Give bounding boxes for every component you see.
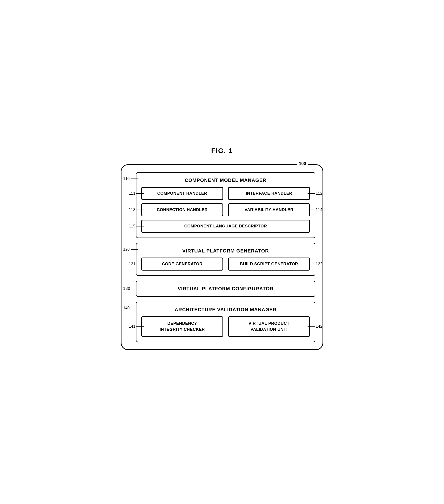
ref-121: 121 <box>129 262 144 266</box>
dependency-integrity-checker-label: DEPENDENCYINTEGRITY CHECKER <box>160 321 205 332</box>
vpc-label: VIRTUAL PLATFORM CONFIGURATOR <box>178 286 274 291</box>
row-1-avm: 141 DEPENDENCYINTEGRITY CHECKER 142 VIRT… <box>141 316 310 337</box>
code-generator-label: CODE GENERATOR <box>162 262 203 266</box>
interface-handler-box: 112 INTERFACE HANDLER <box>228 187 310 200</box>
page-container: FIG. 1 100 110 COMPONENT MODEL MANAGER 1… <box>111 140 333 364</box>
ref-112: 112 <box>308 191 322 196</box>
ref-111: 111 <box>129 191 144 196</box>
section-ref-130: 130 <box>123 287 139 291</box>
row-2-cmm: 113 CONNECTION HANDLER 114 VARIABILITY H… <box>141 203 310 216</box>
interface-handler-label: INTERFACE HANDLER <box>246 191 292 196</box>
ref-113: 113 <box>129 208 144 212</box>
build-script-generator-label: BUILD SCRIPT GENERATOR <box>240 262 298 266</box>
ref-141: 141 <box>129 324 144 329</box>
connection-handler-label: CONNECTION HANDLER <box>157 207 207 212</box>
ref-114: 114 <box>308 208 322 212</box>
component-handler-label: COMPONENT HANDLER <box>157 191 207 196</box>
build-script-generator-box: 122 BUILD SCRIPT GENERATOR <box>228 257 310 270</box>
section-virtual-platform-generator: 120 VIRTUAL PLATFORM GENERATOR 121 CODE … <box>136 243 315 276</box>
component-language-descriptor-label: COMPONENT LANGUAGE DESCRIPTOR <box>185 224 267 228</box>
section-architecture-validation-manager: 140 ARCHITECTURE VALIDATION MANAGER 141 … <box>136 302 315 342</box>
section-ref-120: 120 <box>123 247 138 252</box>
virtual-product-validation-unit-box: 142 VIRTUAL PRODUCTVALIDATION UNIT <box>228 316 310 337</box>
code-generator-box: 121 CODE GENERATOR <box>141 257 223 270</box>
section-label-avm: ARCHITECTURE VALIDATION MANAGER <box>141 307 310 312</box>
fig-title: FIG. 1 <box>121 147 323 155</box>
connection-handler-box: 113 CONNECTION HANDLER <box>141 203 223 216</box>
dependency-integrity-checker-box: 141 DEPENDENCYINTEGRITY CHECKER <box>141 316 223 337</box>
row-1-vpg: 121 CODE GENERATOR 122 BUILD SCRIPT GENE… <box>141 257 310 270</box>
outer-box: 100 110 COMPONENT MODEL MANAGER 111 COMP… <box>121 164 323 350</box>
variability-handler-label: VARIABILITY HANDLER <box>245 207 294 212</box>
virtual-product-validation-unit-label: VIRTUAL PRODUCTVALIDATION UNIT <box>248 321 290 332</box>
section-ref-140: 140 <box>123 306 138 310</box>
ref-142: 142 <box>308 324 322 329</box>
variability-handler-box: 114 VARIABILITY HANDLER <box>228 203 310 216</box>
section-label-component-model-manager: COMPONENT MODEL MANAGER <box>141 178 310 183</box>
component-handler-box: 111 COMPONENT HANDLER <box>141 187 223 200</box>
section-virtual-platform-configurator: 130 VIRTUAL PLATFORM CONFIGURATOR <box>136 281 315 297</box>
ref-122: 122 <box>308 262 322 266</box>
section-ref-110: 110 <box>123 177 138 181</box>
component-language-descriptor-box: 115 COMPONENT LANGUAGE DESCRIPTOR <box>141 220 310 233</box>
row-1-cmm: 111 COMPONENT HANDLER 112 INTERFACE HAND… <box>141 187 310 200</box>
outer-ref: 100 <box>297 161 308 166</box>
section-component-model-manager: 110 COMPONENT MODEL MANAGER 111 COMPONEN… <box>136 172 315 238</box>
section-label-vpg: VIRTUAL PLATFORM GENERATOR <box>141 248 310 254</box>
ref-115: 115 <box>129 224 144 228</box>
